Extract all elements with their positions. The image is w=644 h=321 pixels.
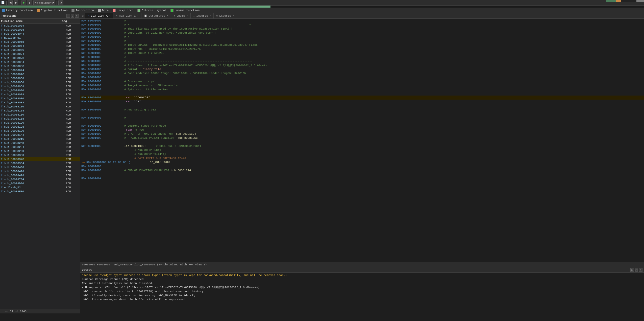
func-row[interactable]: f sub_80008734 ROM (0, 177, 80, 181)
func-row[interactable]: f sub_80008110 ROM (0, 113, 80, 117)
func-row[interactable]: f sub_8000807C ROM (0, 56, 80, 60)
func-seg: ROM (65, 40, 80, 43)
func-name: sub_800080C8 (4, 77, 65, 80)
func-name: sub_80008330 (4, 154, 65, 157)
func-row[interactable]: f sub_80008FB0 ROM (0, 190, 80, 194)
toolbar-run-btn[interactable]: ▶ (21, 1, 26, 5)
toolbar-forward-btn[interactable]: ▶ (14, 1, 18, 5)
func-name: sub_80008120 (4, 121, 65, 124)
tab-enums-close[interactable]: × (186, 14, 188, 17)
func-row[interactable]: f sub_80008248 ROM (0, 141, 80, 145)
func-row[interactable]: f sub_80008428 ROM (0, 173, 80, 177)
toolbar-back-btn[interactable]: ◀ (8, 1, 13, 5)
func-icon: f (0, 158, 4, 161)
tab-scroll-left[interactable]: ⊞ (80, 13, 85, 19)
func-name: sub_80008044 (4, 32, 65, 35)
tab-enums[interactable]: E Enums × (171, 13, 191, 19)
func-row[interactable]: f sub_800080C8 ROM (0, 76, 80, 80)
func-row[interactable]: f sub_8000808C ROM (0, 64, 80, 68)
func-row[interactable]: f sub_800081A4 ROM (0, 133, 80, 137)
func-row[interactable]: f sub_80008418 ROM (0, 169, 80, 173)
output-maximize-btn[interactable]: ▢ (635, 268, 638, 272)
tab-ida-close[interactable]: × (109, 14, 111, 17)
tab-exports[interactable]: E Exports × (214, 13, 237, 19)
func-row[interactable]: f sub_80008058 ROM (0, 40, 80, 44)
func-row[interactable]: f sub_80008294 ROM (0, 145, 80, 149)
func-row[interactable]: f nullsub_51 ROM (0, 36, 80, 40)
output-controls: □ ▢ × (630, 268, 642, 272)
func-row[interactable]: f sub_80008074 ROM (0, 52, 80, 56)
func-row[interactable]: f sub_800080F8 ROM (0, 101, 80, 105)
func-row[interactable]: f sub_800080E8 ROM (0, 93, 80, 97)
func-row[interactable]: f sub_800083F4 ROM (0, 161, 80, 165)
func-row[interactable]: f nullsub_52 ROM (0, 186, 80, 190)
tab-exports-close[interactable]: × (233, 14, 234, 17)
func-name: sub_80008110 (4, 113, 65, 116)
tab-hex-view[interactable]: ≡ Hex View-1 × (113, 13, 141, 19)
tab-hex-close[interactable]: × (137, 14, 139, 17)
func-icon: f (0, 190, 4, 193)
func-row[interactable]: f sub_80008130 ROM (0, 129, 80, 133)
output-line: - Unsupported CPU: 'mips1' (F:\Reverse\I… (82, 285, 642, 289)
func-row[interactable]: f sub_800080D0 ROM (0, 80, 80, 84)
tab-structures[interactable]: 🔲 Structures × (141, 13, 171, 19)
toolbar-pause-btn[interactable]: ⏸ (27, 1, 32, 5)
toolbar-icon-new[interactable]: 📄 (1, 1, 5, 5)
disasm-addr: ROM:80001000 (81, 60, 119, 63)
toolbar-sep2 (20, 1, 20, 5)
debugger-select[interactable]: No debugger (33, 1, 55, 5)
tab-ida-view[interactable]: A IDA View-A × (85, 13, 113, 19)
disasm-line: ROM:80001000 # =========================… (80, 116, 644, 120)
output-restore-btn[interactable]: □ (630, 268, 634, 272)
func-row[interactable]: f sub_800082C0 ROM (0, 149, 80, 153)
func-row[interactable]: f sub_80001004 ROM (0, 24, 80, 28)
disasm-addr: ROM:80001000 (81, 56, 119, 59)
legend-lumina: Lumina function (170, 9, 200, 12)
func-row[interactable]: f sub_80008094 ROM (0, 68, 80, 72)
func-row[interactable]: f sub_80008100 ROM (0, 105, 80, 109)
disasm-content: # Target assembler: GNU assembler (124, 84, 179, 87)
output-close-btn[interactable]: × (639, 268, 642, 272)
disasm-content: # File Name : F:ReverseIOT estTL-WDR5620… (124, 63, 267, 67)
func-name: sub_800080F0 (4, 97, 65, 100)
func-row[interactable]: f sub_80008108 ROM (0, 109, 80, 113)
func-row[interactable]: f sub_80008D30 ROM (0, 181, 80, 186)
func-seg: ROM (65, 121, 80, 124)
func-row[interactable]: f sub_800080E0 ROM (0, 88, 80, 93)
func-row[interactable]: f sub_80008408 ROM (0, 165, 80, 169)
func-row[interactable]: f sub_8000806C ROM (0, 48, 80, 52)
disasm-status-text: 00000000 80001000: sub_80381C94:loc_8000… (82, 263, 207, 266)
func-row[interactable]: f sub_80008044 ROM (0, 32, 80, 36)
func-row[interactable]: f sub_800082iC ROM (0, 137, 80, 141)
func-row[interactable]: f sub_8000809C ROM (0, 72, 80, 76)
tab-imports-close[interactable]: × (209, 14, 211, 17)
func-name: sub_8000807C (4, 57, 65, 60)
func-row[interactable]: f sub_800080F0 ROM (0, 97, 80, 101)
func-row[interactable]: f sub_80001008 ROM (0, 28, 80, 32)
func-row[interactable]: f sub_80008064 ROM (0, 44, 80, 48)
tab-ida-icon: A (88, 14, 89, 17)
disasm-line: ROM:80001000 # This file was generated b… (80, 27, 644, 31)
func-row[interactable]: f sub_80008330 ROM (0, 153, 80, 157)
panel-close-btn[interactable]: × (75, 14, 79, 18)
func-row[interactable]: f sub_80008120 ROM (0, 121, 80, 125)
func-row[interactable]: f sub_80008118 ROM (0, 117, 80, 121)
disasm-content: # Processor : mips1 (124, 80, 156, 83)
func-row[interactable]: f sub_800080D8 ROM (0, 84, 80, 88)
func-list[interactable]: f sub_80001004 ROM f sub_80001008 ROM f … (0, 24, 80, 304)
legend-data-dot (98, 9, 101, 12)
func-col-name-header: Function name (0, 20, 61, 23)
legend-instruction: Instruction (71, 9, 94, 12)
disasm-addr: ROM:80001000 (81, 100, 119, 103)
func-row[interactable]: f sub_8000837C ROM (0, 157, 80, 161)
panel-maximize-btn[interactable]: □ (71, 14, 74, 18)
tab-structures-close[interactable]: × (167, 14, 168, 17)
disasm-addr: ROM:80001000 00 20 00 08 (86, 161, 126, 164)
disasm-line: ROM:80001000 # Base Address: 0000h Range… (80, 71, 644, 75)
func-row[interactable]: f sub_80008128 ROM (0, 125, 80, 129)
panel-minimize-btn[interactable]: — (66, 14, 70, 18)
toolbar-settings-btn[interactable]: ⚙ (58, 1, 63, 5)
func-row[interactable]: f sub_80008084 ROM (0, 60, 80, 64)
disasm-view[interactable]: ROM:80001000 # ROM:80001000 # +---------… (80, 19, 644, 262)
tab-imports[interactable]: I Imports × (191, 13, 214, 19)
